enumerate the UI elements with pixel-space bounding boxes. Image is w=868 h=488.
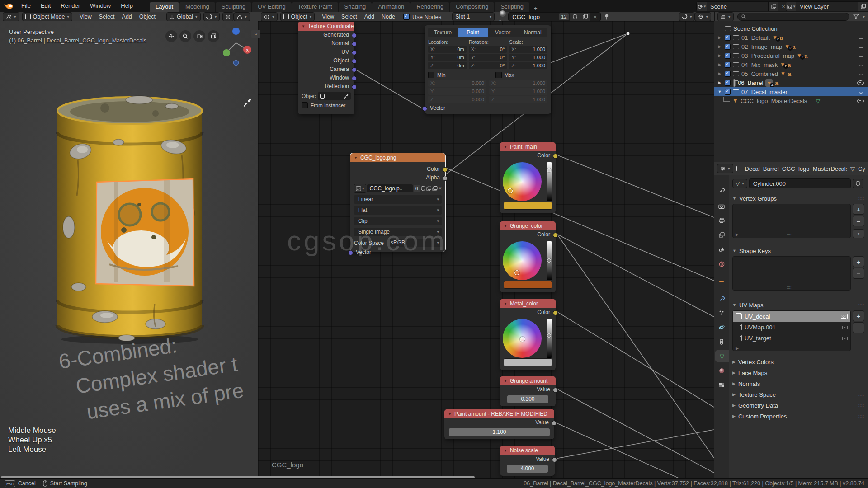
eye-closed-icon[interactable]	[859, 54, 863, 57]
fake-user-shield-icon[interactable]	[570, 12, 580, 21]
mode-selector[interactable]: Object Mode▾	[22, 12, 72, 21]
color-wheel[interactable]	[503, 162, 542, 201]
uv-map-row[interactable]: UVMap.001	[733, 322, 850, 333]
tab-constraints-icon[interactable]	[715, 336, 728, 347]
node-grunge-amount[interactable]: ▼Grunge amount Value 0.300	[500, 376, 556, 406]
uv-render-camera-off-icon[interactable]	[842, 336, 848, 340]
expand-icon[interactable]: ▶	[717, 35, 722, 40]
output-color[interactable]: Color	[500, 308, 556, 317]
output-uv[interactable]: UV	[298, 48, 354, 56]
image-users-count[interactable]: 6	[414, 185, 420, 192]
panel-custom-properties[interactable]: ▶Custom Properties::::	[732, 412, 864, 421]
panel-geometry-data[interactable]: ▶Geometry Data::::	[732, 401, 864, 410]
editor-type-shader-icon[interactable]: ▾	[261, 12, 278, 21]
tab-physics-icon[interactable]	[715, 321, 728, 333]
proportional-edit-toggle[interactable]	[222, 12, 234, 21]
panel-face-maps[interactable]: ▶Face Maps::::	[732, 368, 864, 377]
material-users-count[interactable]: 12	[559, 13, 568, 20]
view-layer-icon[interactable]: ▾	[786, 2, 796, 11]
node-metal-color[interactable]: ▼Metal_color Color	[500, 299, 556, 370]
snap-toggle[interactable]: ▾	[203, 12, 220, 21]
node-snap-icon[interactable]: ▾	[679, 12, 695, 21]
node-paint-amount[interactable]: ▼Paint amount - REBAKE IF MODIFIED Value…	[444, 409, 554, 439]
tab-particles-icon[interactable]	[715, 307, 728, 319]
mapping-vector-input[interactable]: Vector	[425, 104, 551, 113]
mesh-datablock-name[interactable]: Cylinder.000	[749, 178, 851, 188]
output-camera[interactable]: Camera	[298, 65, 354, 74]
node-header[interactable]: ▼Noise scale	[500, 446, 555, 455]
collection-checkbox[interactable]	[725, 53, 731, 59]
vertex-groups-list[interactable]: ▶ ::::	[732, 204, 851, 238]
collection-checkbox[interactable]	[725, 71, 731, 77]
uv-render-camera-icon[interactable]	[840, 314, 848, 319]
material-copy-icon[interactable]	[580, 12, 590, 21]
select-menu[interactable]: Select	[95, 14, 118, 20]
tab-render-icon[interactable]	[715, 200, 728, 212]
menu-render[interactable]: Render	[56, 0, 85, 12]
use-nodes-toggle[interactable]: Use Nodes	[403, 14, 441, 20]
outliner-row-object[interactable]: ▼ CGC_logo_MasterDecals ▽	[714, 96, 868, 105]
output-value[interactable]: Value	[500, 455, 555, 464]
panel-shape-keys[interactable]: ▼Shape Keys::::	[732, 246, 864, 255]
menu-file[interactable]: File	[16, 0, 36, 12]
list-resize-grip[interactable]: ::::	[787, 285, 792, 290]
barrel-object[interactable]	[51, 92, 209, 345]
value-slider[interactable]	[547, 241, 552, 280]
list-resize-grip[interactable]: ::::	[787, 347, 792, 351]
rotation-z-field[interactable]: Z:0°	[469, 62, 507, 69]
camera-view-icon[interactable]	[193, 30, 205, 42]
tab-texture-icon[interactable]	[715, 379, 728, 391]
shader-node-editor[interactable]: ▼Texture Coordinate Generated Normal UV …	[258, 21, 715, 478]
node-add-menu[interactable]: Add	[361, 14, 378, 20]
node-select-menu[interactable]: Select	[338, 14, 361, 20]
panel-texture-space[interactable]: ▶Texture Space::::	[732, 390, 864, 399]
vertex-group-remove-button[interactable]: −	[853, 216, 864, 226]
color-swatch[interactable]	[504, 281, 552, 289]
output-window[interactable]: Window	[298, 74, 354, 82]
location-z-field[interactable]: Z:0m	[428, 62, 467, 69]
node-header[interactable]: ▼CGC_logo.png	[350, 153, 445, 162]
navigation-gizmo[interactable]: X	[222, 26, 251, 67]
outliner-row-scene-collection[interactable]: Scene Collection	[714, 24, 868, 33]
tab-world-icon[interactable]	[715, 258, 728, 270]
outliner-row-collection[interactable]: ▶ 01_Default ▼2a	[714, 33, 868, 42]
color-wheel[interactable]	[503, 241, 542, 280]
output-alpha[interactable]: Alpha	[350, 174, 445, 182]
node-header[interactable]: ▼Paint_main	[500, 142, 556, 151]
vertex-group-add-button[interactable]: +	[853, 204, 864, 215]
scene-icon[interactable]: ▾	[697, 2, 707, 11]
node-overlay-toggle-icon[interactable]: ▾	[695, 12, 711, 21]
vertex-group-specials-button[interactable]: ▾	[853, 229, 864, 238]
rotation-x-field[interactable]: X:0°	[469, 46, 507, 53]
uv-map-remove-button[interactable]: −	[853, 322, 864, 333]
tab-rendering[interactable]: Rendering	[410, 2, 449, 12]
add-workspace-button[interactable]: +	[530, 5, 542, 12]
output-color[interactable]: Color	[500, 230, 556, 239]
tab-shading[interactable]: Shading	[339, 2, 372, 12]
tab-tool-icon[interactable]	[715, 184, 728, 196]
min-checkbox[interactable]	[428, 72, 434, 78]
node-header[interactable]: ▼Paint amount - REBAKE IF MODIFIED	[444, 409, 554, 418]
value-field[interactable]: 4.000	[507, 465, 548, 473]
eye-closed-icon[interactable]	[859, 90, 863, 94]
rotation-y-field[interactable]: Y:0°	[469, 54, 507, 61]
shape-keys-list[interactable]: ::::	[732, 256, 851, 291]
eye-open-icon[interactable]	[857, 99, 864, 103]
material-name[interactable]: CGC_logo	[509, 14, 559, 20]
expand-icon[interactable]: ▶	[717, 80, 722, 85]
mapping-tab-vector[interactable]: Vector	[488, 28, 518, 37]
collection-checkbox[interactable]	[725, 89, 731, 95]
outliner-row-collection[interactable]: ▶ 05_Combined ▼a	[714, 69, 868, 78]
uv-map-add-button[interactable]: +	[853, 310, 864, 321]
region-corner-widget[interactable]: ‹›	[251, 30, 260, 38]
tab-animation[interactable]: Animation	[372, 2, 410, 12]
eye-open-icon[interactable]	[857, 80, 864, 85]
value-field[interactable]: 1.100	[449, 428, 550, 436]
node-header[interactable]: ▼Metal_color	[500, 299, 556, 308]
mapping-tab-point[interactable]: Point	[458, 28, 487, 37]
tab-output-icon[interactable]	[715, 215, 728, 226]
editor-type-3dview-icon[interactable]: ▾	[3, 12, 19, 21]
projection-dropdown[interactable]: Flat	[354, 206, 442, 215]
outliner-row-collection-active[interactable]: ▶ 06_Barrel ▼4a	[714, 78, 868, 87]
image-browse-icon[interactable]: ▾	[354, 184, 366, 193]
